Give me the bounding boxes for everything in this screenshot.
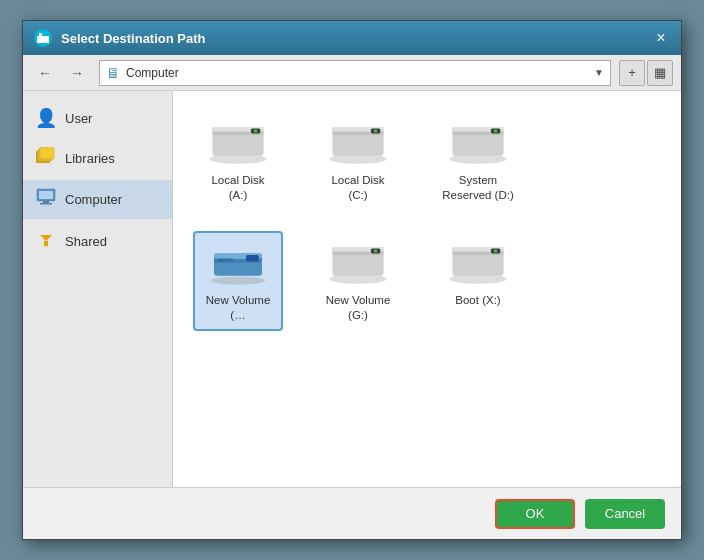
file-row-2: New Volume (… New Volume (G:) bbox=[193, 231, 661, 331]
sidebar-item-user[interactable]: 👤 User bbox=[23, 99, 172, 137]
disk-d[interactable]: System Reserved (D:) bbox=[433, 111, 523, 211]
app-icon bbox=[33, 28, 53, 48]
file-row-1: Local Disk (A:) Local Disk (C:) bbox=[193, 111, 661, 211]
toolbar: ← → 🖥 Computer ▼ + ▦ bbox=[23, 55, 681, 91]
sidebar-item-libraries-label: Libraries bbox=[65, 151, 115, 166]
sidebar-item-computer[interactable]: Computer bbox=[23, 180, 172, 219]
svg-point-41 bbox=[374, 249, 377, 252]
user-icon: 👤 bbox=[35, 107, 57, 129]
svg-point-30 bbox=[211, 276, 265, 284]
sidebar-item-computer-label: Computer bbox=[65, 192, 122, 207]
svg-rect-35 bbox=[246, 255, 259, 261]
svg-rect-34 bbox=[217, 258, 233, 261]
svg-rect-1 bbox=[37, 36, 49, 43]
dialog-footer: OK Cancel bbox=[23, 487, 681, 539]
svg-rect-8 bbox=[43, 201, 49, 203]
svg-rect-11 bbox=[44, 241, 48, 246]
sidebar-item-shared-label: Shared bbox=[65, 234, 107, 249]
sidebar: 👤 User Libraries bbox=[23, 91, 173, 487]
svg-rect-5 bbox=[40, 147, 54, 159]
svg-rect-2 bbox=[39, 33, 42, 37]
disk-g-label: New Volume (G:) bbox=[321, 293, 395, 323]
file-view: Local Disk (A:) Local Disk (C:) bbox=[173, 91, 681, 487]
dialog: Select Destination Path × ← → 🖥 Computer… bbox=[22, 20, 682, 540]
disk-e-label: New Volume (… bbox=[201, 293, 275, 323]
disk-d-label: System Reserved (D:) bbox=[441, 173, 515, 203]
view-toggle-button[interactable]: ▦ bbox=[647, 60, 673, 86]
main-content: 👤 User Libraries bbox=[23, 91, 681, 487]
svg-point-23 bbox=[374, 129, 377, 132]
svg-rect-9 bbox=[40, 203, 52, 205]
forward-button[interactable]: → bbox=[63, 60, 91, 86]
address-text: Computer bbox=[126, 66, 588, 80]
toolbar-actions: + ▦ bbox=[619, 60, 673, 86]
svg-point-17 bbox=[254, 129, 257, 132]
dropdown-icon[interactable]: ▼ bbox=[594, 67, 604, 78]
sidebar-item-shared[interactable]: Shared bbox=[23, 221, 172, 262]
svg-rect-7 bbox=[39, 191, 53, 199]
disk-e[interactable]: New Volume (… bbox=[193, 231, 283, 331]
libraries-icon bbox=[35, 147, 57, 170]
disk-a-label: Local Disk (A:) bbox=[201, 173, 275, 203]
new-folder-button[interactable]: + bbox=[619, 60, 645, 86]
disk-a[interactable]: Local Disk (A:) bbox=[193, 111, 283, 211]
computer-side-icon bbox=[35, 188, 57, 211]
dialog-title: Select Destination Path bbox=[61, 31, 651, 46]
disk-x-label: Boot (X:) bbox=[455, 293, 500, 308]
disk-x[interactable]: Boot (X:) bbox=[433, 231, 523, 316]
disk-g[interactable]: New Volume (G:) bbox=[313, 231, 403, 331]
cancel-button[interactable]: Cancel bbox=[585, 499, 665, 529]
title-bar: Select Destination Path × bbox=[23, 21, 681, 55]
svg-point-29 bbox=[494, 129, 497, 132]
back-button[interactable]: ← bbox=[31, 60, 59, 86]
svg-point-47 bbox=[494, 249, 497, 252]
ok-button[interactable]: OK bbox=[495, 499, 575, 529]
close-button[interactable]: × bbox=[651, 28, 671, 48]
disk-c-label: Local Disk (C:) bbox=[321, 173, 395, 203]
address-bar[interactable]: 🖥 Computer ▼ bbox=[99, 60, 611, 86]
computer-icon: 🖥 bbox=[106, 65, 120, 81]
svg-marker-10 bbox=[40, 235, 52, 241]
shared-icon bbox=[35, 229, 57, 254]
sidebar-item-libraries[interactable]: Libraries bbox=[23, 139, 172, 178]
disk-c[interactable]: Local Disk (C:) bbox=[313, 111, 403, 211]
sidebar-item-user-label: User bbox=[65, 111, 92, 126]
